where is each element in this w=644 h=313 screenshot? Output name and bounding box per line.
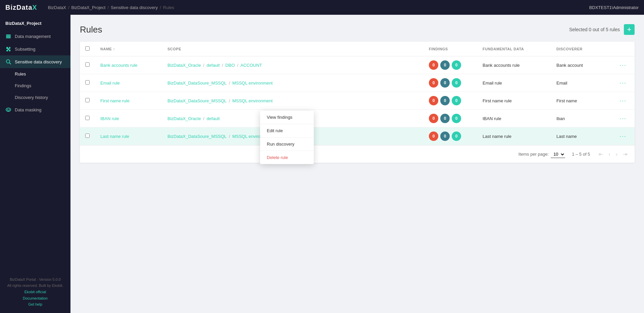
findings-badge: 0 [452, 96, 461, 105]
scope-link[interactable]: ACCOUNT [240, 63, 262, 68]
footer-link-help[interactable]: Get help [5, 301, 65, 308]
row-actions-button[interactable]: ··· [617, 132, 629, 141]
findings-badge: 0 [429, 78, 438, 88]
breadcrumb-sensitive[interactable]: Sensitive data discovery [111, 5, 158, 10]
rule-name-link[interactable]: Bank accounts rule [100, 63, 138, 68]
selected-count: Selected 0 out of 5 rules [569, 27, 620, 32]
row-checkbox-cell [80, 127, 95, 145]
scope-link[interactable]: BizDataX_DataSoure_MSSQL [167, 81, 227, 86]
row-actions-button[interactable]: ··· [617, 60, 629, 70]
rules-table-container: NAME ↑ SCOPE FINDINGS FUNDAMENTAL DATA D… [80, 42, 635, 163]
rule-name-link[interactable]: First name rule [100, 98, 130, 103]
scope-separator: / [228, 98, 231, 103]
findings-badge: 0 [452, 78, 461, 88]
row-findings: 000 [424, 56, 477, 74]
page-next-button[interactable]: › [614, 150, 620, 159]
page-header: Rules Selected 0 out of 5 rules + [80, 24, 635, 35]
row-checkbox[interactable] [85, 98, 90, 102]
row-findings: 000 [424, 127, 477, 145]
row-actions-button[interactable]: ··· [617, 114, 629, 123]
scope-link[interactable]: BizDataX_Oracle [167, 63, 201, 68]
page-last-button[interactable]: ⇥ [621, 150, 629, 159]
table-row: Bank accounts ruleBizDataX_Oracle / defa… [80, 56, 635, 74]
context-menu-item-run-discovery[interactable]: Run discovery [260, 138, 314, 151]
context-menu-item-delete-rule[interactable]: Delete rule [260, 151, 314, 164]
findings-badge: 0 [440, 60, 450, 70]
mask-icon [5, 107, 11, 113]
topbar: BizDataX BizDataX / BizDataX_Project / S… [0, 0, 644, 15]
sidebar-item-data-masking[interactable]: Data masking [0, 103, 70, 116]
sidebar-label-rules: Rules [15, 71, 26, 76]
select-all-checkbox[interactable] [85, 46, 90, 51]
sidebar-item-discovery-history[interactable]: Discovery history [0, 92, 70, 103]
row-checkbox-cell [80, 110, 95, 127]
footer-link-docs[interactable]: Documentation [5, 295, 65, 302]
content: Rules Selected 0 out of 5 rules + NAME ↑… [70, 15, 644, 313]
row-actions-button[interactable]: ··· [617, 96, 629, 105]
sidebar-item-rules[interactable]: Rules [0, 68, 70, 80]
footer-link-ekobit[interactable]: Ekobit official [5, 289, 65, 295]
scope-link[interactable]: BizDataX_DataSoure_MSSQL [167, 98, 227, 103]
breadcrumb-home[interactable]: BizDataX [48, 5, 66, 10]
row-checkbox[interactable] [85, 62, 90, 67]
context-menu-item-view-findings[interactable]: View findings [260, 111, 314, 124]
th-name[interactable]: NAME ↑ [95, 42, 162, 56]
sidebar-project-title: BizDataX_Project [0, 15, 70, 30]
scope-link[interactable]: BizDataX_Oracle [167, 116, 201, 121]
row-findings: 000 [424, 74, 477, 92]
scope-link[interactable]: default [207, 63, 220, 68]
topbar-left: BizDataX BizDataX / BizDataX_Project / S… [5, 4, 174, 11]
row-discoverer: Bank account [551, 56, 611, 74]
svg-rect-0 [6, 35, 11, 36]
row-scope: BizDataX_DataSoure_MSSQL / MSSQL environ… [162, 92, 424, 110]
scope-link[interactable]: DBO [225, 63, 235, 68]
items-per-page-select[interactable]: 10 25 50 [551, 151, 565, 158]
table-row: Email ruleBizDataX_DataSoure_MSSQL / MSS… [80, 74, 635, 92]
page-first-button[interactable]: ⇤ [597, 150, 605, 159]
scope-separator: / [228, 81, 231, 86]
findings-badge: 0 [429, 114, 438, 123]
sidebar-footer: BizDataX Portal - Version 5.0.0 All righ… [0, 271, 70, 313]
table-header: NAME ↑ SCOPE FINDINGS FUNDAMENTAL DATA D… [80, 42, 635, 56]
header-right: Selected 0 out of 5 rules + [569, 24, 635, 35]
row-checkbox[interactable] [85, 134, 90, 138]
page-prev-button[interactable]: ‹ [606, 150, 612, 159]
rule-name-link[interactable]: Last name rule [100, 134, 129, 139]
rule-name-link[interactable]: Email rule [100, 81, 120, 86]
svg-point-6 [7, 109, 8, 110]
scope-separator: / [228, 134, 231, 139]
topbar-user: BDXTEST1\Administrator [589, 5, 639, 10]
items-per-page-label: Items per page: [518, 152, 549, 157]
scope-link[interactable]: BizDataX_DataSoure_MSSQL [167, 134, 227, 139]
th-discoverer: DISCOVERER [551, 42, 611, 56]
sidebar-item-subsetting[interactable]: Subsetting [0, 43, 70, 55]
sidebar-item-findings[interactable]: Findings [0, 80, 70, 92]
th-fundamental: FUNDAMENTAL DATA [477, 42, 551, 56]
sidebar-item-sensitive-data-discovery[interactable]: Sensitive data discovery [0, 55, 70, 68]
breadcrumb-project[interactable]: BizDataX_Project [71, 5, 106, 10]
row-name: Last name rule [95, 127, 162, 145]
add-rule-button[interactable]: + [624, 24, 635, 35]
scope-link[interactable]: MSSQL environment [232, 98, 273, 103]
svg-rect-2 [6, 37, 11, 38]
row-scope: BizDataX_Oracle / default / DBO / ACCOUN… [162, 56, 424, 74]
row-name: First name rule [95, 92, 162, 110]
row-actions: ··· [611, 74, 635, 92]
scope-link[interactable]: MSSQL environment [232, 81, 273, 86]
rule-name-link[interactable]: IBAN rule [100, 116, 119, 121]
sidebar-item-data-management[interactable]: Data management [0, 30, 70, 43]
sidebar: BizDataX_Project Data management Subsett… [0, 15, 70, 313]
row-checkbox[interactable] [85, 80, 90, 85]
sidebar-label-subsetting: Subsetting [15, 47, 35, 52]
table-row: IBAN ruleBizDataX_Oracle / default000IBA… [80, 110, 635, 127]
logo: BizDataX [5, 4, 37, 11]
row-discoverer: Iban [551, 110, 611, 127]
row-actions-button[interactable]: ··· [617, 78, 629, 88]
row-checkbox[interactable] [85, 116, 90, 120]
findings-badge: 0 [440, 78, 450, 88]
context-menu-item-edit-rule[interactable]: Edit rule [260, 124, 314, 137]
row-checkbox-cell [80, 74, 95, 92]
scope-link[interactable]: default [207, 116, 220, 121]
breadcrumb-sep-2: / [107, 5, 109, 10]
row-actions: ··· [611, 110, 635, 127]
